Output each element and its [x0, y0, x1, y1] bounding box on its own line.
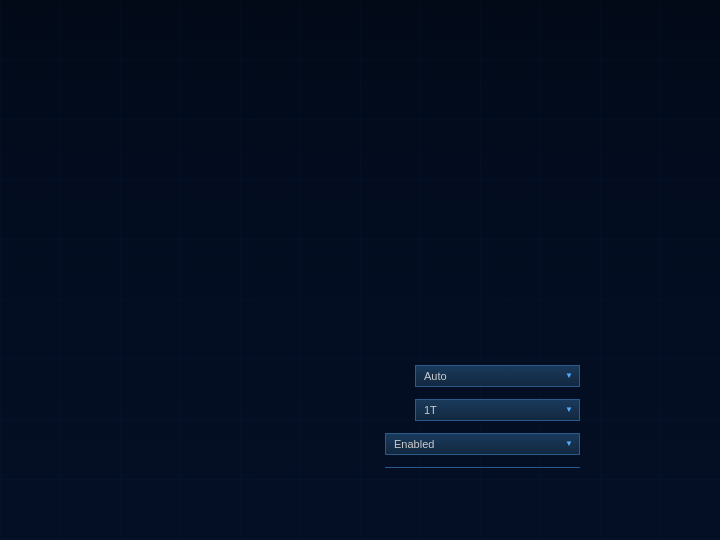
- value-power-down[interactable]: Auto: [385, 467, 580, 469]
- value-cmd2t[interactable]: 1T: [415, 399, 580, 421]
- value-procodt[interactable]: Auto: [415, 365, 580, 387]
- value-gear-down[interactable]: Enabled: [385, 433, 580, 455]
